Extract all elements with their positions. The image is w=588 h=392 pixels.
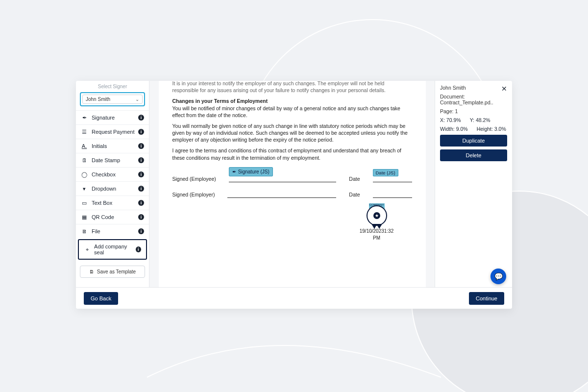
info-icon[interactable]: i — [138, 172, 144, 177]
tool-label: File — [92, 228, 100, 234]
info-icon[interactable]: i — [138, 228, 144, 234]
continue-button[interactable]: Continue — [469, 292, 504, 305]
qrcode-icon: ▦ — [81, 214, 88, 220]
tool-label: Text Box — [92, 200, 112, 206]
tool-label: Date Stamp — [92, 157, 120, 163]
doc-text: You will normally be given notice of any… — [172, 122, 412, 144]
tool-dropdown[interactable]: ▾ Dropdown i — [76, 181, 149, 196]
doc-text: You will be notified of minor changes of… — [172, 105, 412, 119]
document-area[interactable]: It is in your interest to notify the emp… — [149, 81, 435, 287]
footer-bar: Go Back Continue — [76, 287, 512, 309]
tool-add-company-seal[interactable]: ⌖ Add company seal i — [78, 239, 147, 260]
signature-field-label: Signature (JS) — [238, 169, 270, 175]
doc-heading: Changes in your Terms of Employment — [172, 98, 412, 104]
info-icon[interactable]: i — [138, 186, 144, 192]
document-page: It is in your interest to notify the emp… — [159, 81, 426, 287]
tool-label: Dropdown — [92, 186, 116, 192]
chevron-down-icon: ⌄ — [135, 97, 139, 102]
textbox-icon: ▭ — [81, 199, 88, 206]
signer-header: Select Signer — [76, 81, 149, 90]
app-window: Select Signer John Smith ⌄ ✒ Signature i… — [76, 81, 512, 309]
save-as-template-button[interactable]: 🗎 Save as Template — [80, 266, 145, 278]
tool-checkbox[interactable]: ◯ Checkbox i — [76, 167, 149, 181]
file-icon: 🗎 — [81, 228, 88, 235]
signature-row-employee: Signed (Employee) ✒ Signature (JS) Date … — [172, 166, 412, 183]
delete-button[interactable]: Delete — [440, 149, 507, 161]
tool-label: QR Code — [92, 214, 114, 220]
sidebar: Select Signer John Smith ⌄ ✒ Signature i… — [76, 81, 149, 287]
seal-badge-icon: COMPANY SEAL ★ — [366, 203, 388, 226]
info-icon[interactable]: i — [138, 129, 144, 135]
signed-employee-label: Signed (Employee) — [172, 175, 216, 182]
info-icon[interactable]: i — [138, 157, 144, 163]
tool-date-stamp[interactable]: 🗓 Date Stamp i — [76, 153, 149, 167]
payment-icon: ☰ — [81, 128, 88, 135]
signature-field[interactable]: ✒ Signature (JS) — [229, 167, 273, 177]
panel-xy: X: 70.9% Y: 48.2% — [440, 117, 507, 123]
save-template-label: Save as Template — [97, 269, 136, 274]
tool-text-box[interactable]: ▭ Text Box i — [76, 196, 149, 210]
seal-icon: ⌖ — [84, 246, 90, 253]
info-icon[interactable]: i — [138, 115, 144, 121]
signature-glyph-icon: ✒ — [232, 169, 236, 175]
info-icon[interactable]: i — [138, 143, 144, 149]
info-icon[interactable]: i — [138, 200, 144, 206]
tool-label: Add company seal — [94, 244, 136, 255]
tool-label: Checkbox — [92, 172, 116, 177]
info-icon[interactable]: i — [138, 214, 144, 220]
panel-signer: John Smith — [440, 85, 507, 91]
signed-employer-label: Signed (Employer) — [172, 191, 215, 198]
tool-label: Signature — [92, 115, 115, 121]
chat-fab[interactable]: 💬 — [490, 269, 506, 284]
date-field[interactable]: Date (JS) — [373, 169, 398, 176]
dropdown-icon: ▾ — [81, 185, 88, 192]
go-back-button[interactable]: Go Back — [84, 292, 118, 305]
doc-text: It is in your interest to notify the emp… — [172, 81, 412, 94]
tool-file[interactable]: 🗎 File i — [76, 224, 149, 238]
info-icon[interactable]: i — [136, 246, 141, 252]
panel-document: Document: Contract_Template.pd.. — [440, 94, 507, 105]
tool-signature[interactable]: ✒ Signature i — [76, 110, 149, 124]
tool-initials[interactable]: A. Initials i — [76, 139, 149, 153]
company-seal-placed[interactable]: COMPANY SEAL ★ 19/10/20231:32 PM — [357, 203, 396, 241]
signature-row-employer: Signed (Employer) Date — [172, 191, 412, 198]
close-icon[interactable]: ✕ — [501, 85, 507, 93]
signature-icon: ✒ — [81, 114, 88, 121]
tool-label: Request Payment — [92, 129, 134, 135]
date-label: Date — [349, 191, 360, 198]
signer-select[interactable]: John Smith ⌄ — [82, 95, 143, 104]
signer-select-wrap: John Smith ⌄ — [80, 92, 145, 106]
tool-qr-code[interactable]: ▦ QR Code i — [76, 210, 149, 224]
panel-wh: Width: 9.0% Height: 3.0% — [440, 126, 507, 132]
date-label: Date — [349, 175, 360, 182]
doc-text: I agree to the terms and conditions of t… — [172, 147, 412, 161]
tool-label: Initials — [92, 143, 107, 149]
signer-select-value: John Smith — [86, 97, 110, 102]
duplicate-button[interactable]: Duplicate — [440, 135, 507, 147]
calendar-icon: 🗓 — [81, 157, 88, 164]
initials-icon: A. — [81, 143, 88, 149]
tool-request-payment[interactable]: ☰ Request Payment i — [76, 124, 149, 139]
checkbox-icon: ◯ — [81, 171, 88, 178]
properties-panel: ✕ John Smith Document: Contract_Template… — [435, 81, 512, 287]
panel-page: Page: 1 — [440, 108, 507, 114]
seal-timestamp: 19/10/20231:32 PM — [357, 228, 396, 241]
template-icon: 🗎 — [89, 269, 94, 274]
chat-icon: 💬 — [494, 272, 503, 280]
